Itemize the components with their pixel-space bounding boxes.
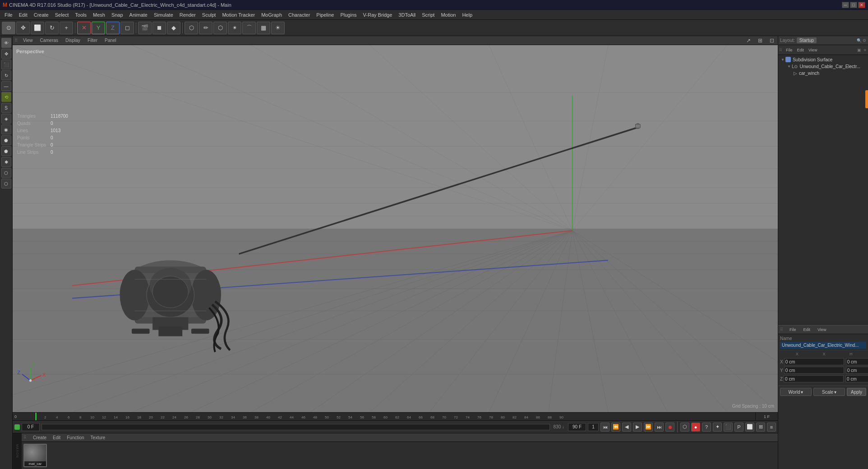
- panel-menu-cameras[interactable]: Cameras: [38, 37, 60, 44]
- panel-menu-panel[interactable]: Panel: [103, 37, 118, 44]
- menu-character[interactable]: Character: [286, 11, 313, 18]
- playback-tool-5[interactable]: ⬛: [724, 423, 733, 432]
- tool-move-button[interactable]: ✥: [16, 22, 30, 34]
- timeline-tick-area[interactable]: 2 4 6 8 10 12 14 16 18 20 22 24 26 28 30…: [35, 413, 755, 420]
- panel-menu-filter[interactable]: Filter: [86, 37, 99, 44]
- menu-3dtoall[interactable]: 3DToAll: [396, 11, 418, 18]
- arc-button[interactable]: ⌒: [242, 22, 256, 34]
- menu-tools[interactable]: Tools: [72, 11, 89, 18]
- fps-input[interactable]: [588, 423, 599, 431]
- tree-item-subdivision-surface[interactable]: ▼ Subdivision Surface: [779, 56, 867, 63]
- menu-script[interactable]: Script: [419, 11, 437, 18]
- attr-name-value[interactable]: Unwound_Cable_Car_Electric_Wind...: [780, 342, 866, 349]
- animate-button[interactable]: 🎬: [138, 22, 152, 34]
- menu-create[interactable]: Create: [31, 11, 51, 18]
- coord-x-pos[interactable]: [784, 358, 844, 365]
- pen-button[interactable]: ✏: [199, 22, 212, 34]
- menu-animate[interactable]: Animate: [127, 11, 150, 18]
- time-slider[interactable]: [42, 424, 550, 430]
- play-back-button[interactable]: ◀: [622, 423, 631, 432]
- sidebar-mode-object[interactable]: 👁: [1, 38, 11, 48]
- playback-tool-6[interactable]: P: [734, 423, 743, 432]
- sidebar-hex1[interactable]: ⬡: [1, 168, 11, 178]
- sidebar-line[interactable]: —: [1, 81, 11, 91]
- viewport-icon-1[interactable]: ↗: [744, 37, 753, 45]
- playback-tool-4[interactable]: ✦: [713, 423, 722, 432]
- minimize-button[interactable]: ─: [842, 2, 849, 8]
- rp-settings-icon[interactable]: ⚙: [863, 38, 866, 43]
- menu-sculpt[interactable]: Sculpt: [199, 11, 219, 18]
- viewport-icon-2[interactable]: ⊞: [756, 37, 764, 45]
- menu-motion[interactable]: Motion: [438, 11, 458, 18]
- menu-snap[interactable]: Snap: [109, 11, 126, 18]
- rp-search-icon[interactable]: 🔍: [857, 38, 862, 43]
- viewport-icon-3[interactable]: ⊡: [768, 37, 776, 45]
- coord-z-size[interactable]: [845, 375, 868, 382]
- sidebar-circle[interactable]: ◉: [1, 124, 11, 134]
- goto-start-button[interactable]: ⏮: [600, 423, 609, 432]
- sidebar-diamond[interactable]: ◈: [1, 114, 11, 124]
- tool-scale-button[interactable]: ⬜: [31, 22, 44, 34]
- tree-icon-2[interactable]: ≡: [863, 48, 867, 52]
- playback-tool-2[interactable]: ●: [691, 423, 700, 432]
- cube-button[interactable]: ⬡: [185, 22, 198, 34]
- tree-item-unwound-cable[interactable]: ▼ L⊙ Unwound_Cable_Car_Electr...: [779, 63, 867, 70]
- menu-render[interactable]: Render: [177, 11, 199, 18]
- tree-menu-view[interactable]: View: [807, 47, 819, 53]
- tangent-button[interactable]: ◆: [167, 22, 180, 34]
- coord-x-size[interactable]: [846, 358, 868, 365]
- maximize-button[interactable]: □: [850, 2, 857, 8]
- world-dropdown[interactable]: World ▾: [780, 388, 812, 396]
- tree-icon-1[interactable]: ▣: [856, 48, 862, 52]
- sidebar-square[interactable]: ⬟: [1, 135, 11, 145]
- play-forward-button[interactable]: ▶: [633, 423, 642, 432]
- light-button[interactable]: ☀: [271, 22, 285, 34]
- menu-plugins[interactable]: Plugins: [337, 11, 359, 18]
- star-button[interactable]: ✴: [228, 22, 241, 34]
- grid-button[interactable]: ▦: [257, 22, 270, 34]
- menu-pipeline[interactable]: Pipeline: [314, 11, 337, 18]
- menu-simulate[interactable]: Simulate: [151, 11, 176, 18]
- coord-system-button[interactable]: ◻: [120, 22, 134, 34]
- playback-tool-3[interactable]: ?: [702, 423, 711, 432]
- keyframe-button[interactable]: ⏹: [152, 22, 166, 34]
- sidebar-snap[interactable]: ⟲: [1, 92, 11, 102]
- material-thumb-mat-car[interactable]: mat_car: [23, 444, 47, 467]
- coord-y-pos[interactable]: [784, 367, 844, 374]
- attr-menu-file[interactable]: File: [788, 326, 798, 333]
- mat-tab-texture[interactable]: Texture: [89, 435, 107, 441]
- menu-select[interactable]: Select: [52, 11, 72, 18]
- coord-y-size[interactable]: [846, 367, 868, 374]
- sidebar-poly[interactable]: ⬟: [1, 146, 11, 156]
- sphere-button[interactable]: ⬡: [213, 22, 227, 34]
- scale-dropdown[interactable]: Scale ▾: [813, 388, 845, 396]
- close-button[interactable]: ✕: [858, 2, 865, 8]
- coord-z-pos[interactable]: [784, 375, 844, 382]
- mat-tab-function[interactable]: Function: [65, 435, 86, 441]
- attr-menu-view[interactable]: View: [816, 326, 828, 333]
- mat-tab-create[interactable]: Create: [31, 435, 48, 441]
- menu-mesh[interactable]: Mesh: [90, 11, 108, 18]
- step-forward-button[interactable]: ⏩: [644, 423, 653, 432]
- menu-help[interactable]: Help: [459, 11, 475, 18]
- layout-value[interactable]: Startup: [797, 37, 817, 43]
- tool-rotate-button[interactable]: ↻: [45, 22, 59, 34]
- menu-vray[interactable]: V-Ray Bridge: [360, 11, 395, 18]
- tree-menu-edit[interactable]: Edit: [795, 47, 806, 53]
- sidebar-hex2[interactable]: ⬡: [1, 179, 11, 189]
- menu-motion-tracker[interactable]: Motion Tracker: [219, 11, 258, 18]
- playback-tool-8[interactable]: ⊞: [756, 423, 765, 432]
- goto-end-button[interactable]: ⏭: [655, 423, 664, 432]
- x-axis-button[interactable]: ✕: [77, 22, 91, 34]
- playback-tool-7[interactable]: ⬜: [745, 423, 754, 432]
- z-axis-button[interactable]: Z: [106, 22, 120, 34]
- viewport[interactable]: X Y Z Perspective Triangles 1118700 Quad…: [13, 45, 778, 412]
- panel-menu-display[interactable]: Display: [64, 37, 82, 44]
- end-frame-input[interactable]: [568, 423, 586, 431]
- menu-mograph[interactable]: MoGraph: [259, 11, 285, 18]
- tree-menu-file[interactable]: File: [784, 47, 794, 53]
- apply-button[interactable]: Apply: [847, 388, 866, 396]
- menu-file[interactable]: File: [2, 11, 15, 18]
- sidebar-star[interactable]: ✱: [1, 157, 11, 167]
- menu-edit[interactable]: Edit: [16, 11, 30, 18]
